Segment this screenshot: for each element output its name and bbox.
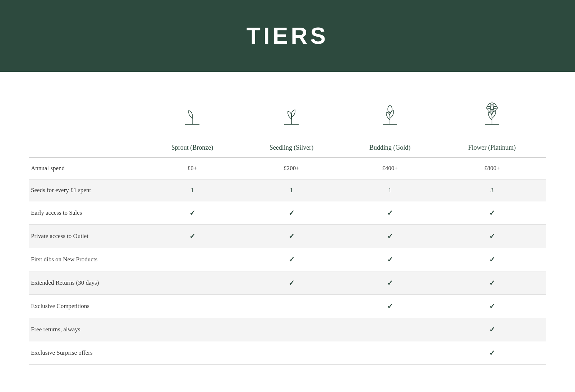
row-surprise-offers: Exclusive Surprise offers ✓ (29, 341, 546, 365)
row-label: Exclusive Competitions (29, 295, 144, 318)
cell-budding: £400+ (342, 158, 438, 179)
row-label: Early access to Sales (29, 201, 144, 225)
row-label: Seeds for every £1 spent (29, 179, 144, 201)
cell-budding: ✓ (342, 201, 438, 225)
column-header-row: Sprout (Bronze) Seedling (Silver) Buddin… (29, 138, 546, 158)
cell-sprout (144, 271, 241, 295)
cell-seedling (241, 295, 342, 318)
row-label: Annual spend (29, 158, 144, 179)
flower-icon (478, 101, 506, 131)
row-annual-spend: Annual spend £0+ £200+ £400+ £800+ (29, 158, 546, 179)
cell-sprout (144, 248, 241, 271)
icon-row-empty (29, 93, 144, 138)
row-label: First dibs on New Products (29, 248, 144, 271)
svg-point-15 (487, 108, 492, 112)
cell-flower: 3 (438, 179, 546, 201)
cell-seedling: ✓ (241, 271, 342, 295)
cell-budding: ✓ (342, 295, 438, 318)
cell-flower: ✓ (438, 201, 546, 225)
sprout-icon-cell (144, 93, 241, 138)
cell-flower: ✓ (438, 318, 546, 341)
cell-seedling: £200+ (241, 158, 342, 179)
svg-point-13 (487, 103, 492, 107)
row-early-access: Early access to Sales ✓ ✓ ✓ ✓ (29, 201, 546, 225)
budding-icon (376, 101, 404, 131)
cell-budding (342, 318, 438, 341)
page-header: TIERS (0, 0, 575, 72)
cell-budding: ✓ (342, 225, 438, 248)
row-seeds: Seeds for every £1 spent 1 1 1 3 (29, 179, 546, 201)
cell-sprout: ✓ (144, 201, 241, 225)
cell-budding: ✓ (342, 271, 438, 295)
cell-sprout: £0+ (144, 158, 241, 179)
cell-seedling: ✓ (241, 225, 342, 248)
seedling-icon (277, 101, 306, 131)
cell-flower: £800+ (438, 158, 546, 179)
cell-seedling (241, 341, 342, 365)
budding-icon-cell (342, 93, 438, 138)
flower-icon-cell (438, 93, 546, 138)
row-free-returns: Free returns, always ✓ (29, 318, 546, 341)
header-flower: Flower (Platinum) (438, 138, 546, 158)
cell-flower: ✓ (438, 341, 546, 365)
header-budding: Budding (Gold) (342, 138, 438, 158)
row-label: Free returns, always (29, 318, 144, 341)
tiers-table: Sprout (Bronze) Seedling (Silver) Buddin… (29, 93, 546, 365)
cell-flower: ✓ (438, 225, 546, 248)
seedling-icon-cell (241, 93, 342, 138)
row-first-dibs: First dibs on New Products ✓ ✓ ✓ (29, 248, 546, 271)
header-seedling: Seedling (Silver) (241, 138, 342, 158)
cell-seedling (241, 318, 342, 341)
row-label: Extended Returns (30 days) (29, 271, 144, 295)
svg-point-14 (492, 103, 497, 107)
cell-budding (342, 341, 438, 365)
page-title: TIERS (247, 23, 328, 49)
cell-budding: ✓ (342, 248, 438, 271)
cell-flower: ✓ (438, 248, 546, 271)
row-private-outlet: Private access to Outlet ✓ ✓ ✓ ✓ (29, 225, 546, 248)
cell-seedling: 1 (241, 179, 342, 201)
row-competitions: Exclusive Competitions ✓ ✓ (29, 295, 546, 318)
cell-sprout (144, 295, 241, 318)
sprout-icon (178, 101, 207, 131)
svg-point-16 (492, 108, 497, 112)
cell-sprout: ✓ (144, 225, 241, 248)
content-area: Sprout (Bronze) Seedling (Silver) Buddin… (0, 72, 575, 386)
row-label: Exclusive Surprise offers (29, 341, 144, 365)
cell-seedling: ✓ (241, 248, 342, 271)
header-empty (29, 138, 144, 158)
cell-sprout (144, 318, 241, 341)
cell-flower: ✓ (438, 295, 546, 318)
cell-seedling: ✓ (241, 201, 342, 225)
row-label: Private access to Outlet (29, 225, 144, 248)
cell-budding: 1 (342, 179, 438, 201)
cell-sprout: 1 (144, 179, 241, 201)
header-sprout: Sprout (Bronze) (144, 138, 241, 158)
icon-row (29, 93, 546, 138)
cell-sprout (144, 341, 241, 365)
cell-flower: ✓ (438, 271, 546, 295)
row-extended-returns: Extended Returns (30 days) ✓ ✓ ✓ (29, 271, 546, 295)
